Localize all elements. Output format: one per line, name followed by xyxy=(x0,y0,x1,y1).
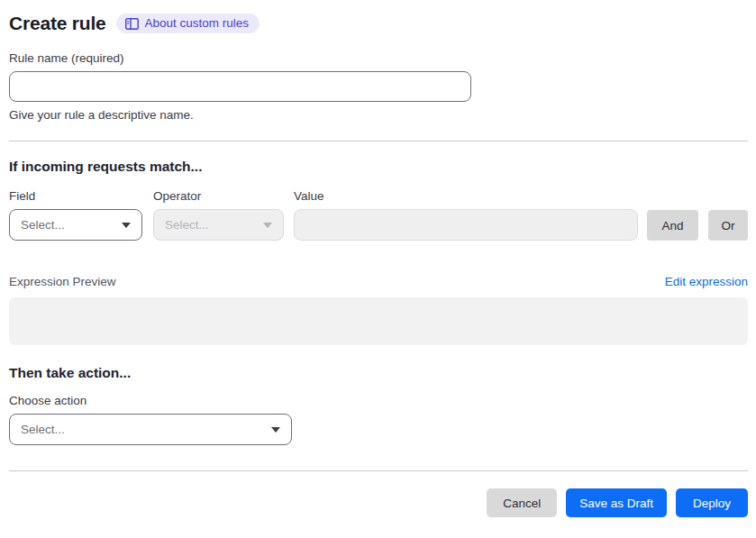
expression-preview-box xyxy=(9,297,748,345)
choose-action-label: Choose action xyxy=(9,394,748,407)
page-title: Create rule xyxy=(9,13,106,34)
chevron-down-icon xyxy=(122,223,131,228)
rule-name-input[interactable] xyxy=(9,71,471,102)
page-header: Create rule About custom rules xyxy=(9,9,748,38)
expression-preview-label: Expression Preview xyxy=(9,275,116,288)
value-group: Value xyxy=(294,189,638,241)
field-label: Field xyxy=(9,189,142,203)
section-divider-bottom xyxy=(9,470,748,471)
chevron-down-icon xyxy=(271,427,280,433)
docs-icon xyxy=(125,18,139,30)
save-as-draft-button[interactable]: Save as Draft xyxy=(566,488,667,517)
and-or-buttons: And Or xyxy=(647,189,748,241)
section-divider-top xyxy=(9,141,748,141)
choose-action-select[interactable]: Select... xyxy=(9,414,292,445)
choose-action-select-value: Select... xyxy=(21,423,65,436)
create-rule-page: Create rule About custom rules Rule name… xyxy=(0,0,756,517)
expression-preview-row: Expression Preview Edit expression xyxy=(9,275,748,288)
operator-group: Operator Select... xyxy=(153,189,284,241)
footer-actions: Cancel Save as Draft Deploy xyxy=(9,488,748,517)
and-button[interactable]: And xyxy=(647,210,698,241)
or-button[interactable]: Or xyxy=(708,210,748,241)
about-custom-rules-link[interactable]: About custom rules xyxy=(116,14,260,33)
operator-select-value: Select... xyxy=(165,218,209,232)
rule-name-label: Rule name (required) xyxy=(9,51,748,65)
action-section-heading: Then take action... xyxy=(9,365,748,381)
rule-name-help-text: Give your rule a descriptive name. xyxy=(9,108,748,122)
value-label: Value xyxy=(294,189,638,203)
match-condition-row: Field Select... Operator Select... Value… xyxy=(9,189,748,241)
about-custom-rules-label: About custom rules xyxy=(145,17,250,30)
operator-label: Operator xyxy=(153,189,284,203)
operator-select: Select... xyxy=(153,209,284,241)
field-select[interactable]: Select... xyxy=(9,209,142,241)
field-group: Field Select... xyxy=(9,189,142,241)
deploy-button[interactable]: Deploy xyxy=(676,488,748,517)
chevron-down-icon xyxy=(263,223,272,228)
field-select-value: Select... xyxy=(21,218,65,232)
cancel-button[interactable]: Cancel xyxy=(487,488,557,517)
value-input xyxy=(294,209,638,241)
edit-expression-link[interactable]: Edit expression xyxy=(665,275,748,288)
match-section-heading: If incoming requests match... xyxy=(9,159,748,175)
